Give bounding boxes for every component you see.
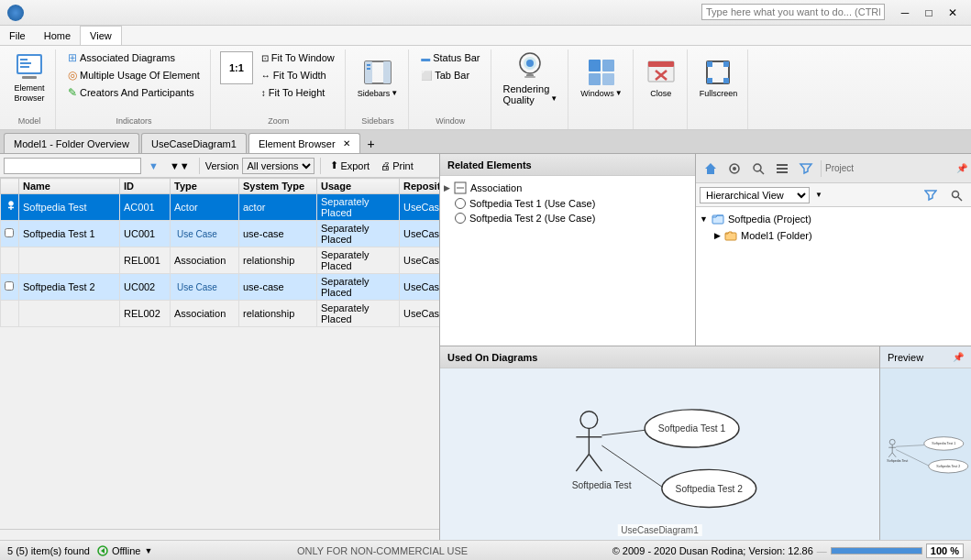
minimize-button[interactable]: ─ (894, 4, 916, 22)
col-repo[interactable]: Reposito (400, 179, 440, 194)
row-system-type: relationship (239, 247, 317, 274)
svg-rect-40 (777, 171, 788, 173)
add-tab-button[interactable]: + (362, 135, 381, 153)
hier-tree-folder[interactable]: ▶ Model1 (Folder) (700, 227, 967, 244)
col-system-type[interactable]: System Type (239, 179, 317, 194)
menu-home[interactable]: Home (35, 26, 80, 45)
row-checkbox[interactable] (1, 274, 19, 301)
preview-panel: Preview 📌 Softpedia Test (880, 346, 971, 540)
zoom-progress-bar (831, 547, 922, 555)
filter-button[interactable]: ▼ (145, 158, 162, 174)
model-group-label: Model (4, 116, 55, 126)
element-table[interactable]: Name ID Type System Type Usage Reposito (0, 178, 439, 529)
row-id: REL002 (120, 301, 171, 327)
hier-filter-button[interactable] (920, 184, 942, 206)
filter-options-button[interactable]: ▼▼ (166, 158, 193, 174)
close-button[interactable]: ✕ (942, 4, 964, 22)
tree-item-uc1[interactable]: Softpedia Test 1 (Use Case) (444, 196, 691, 211)
fit-to-width-button[interactable]: ↔ Fit To Width (257, 67, 339, 83)
table-row[interactable]: Softpedia Test 2 UC002 Use Case use-case… (1, 274, 440, 301)
tab-usecase-diagram[interactable]: UseCaseDiagram1 (141, 133, 247, 153)
tab-element-browser[interactable]: Element Browser ✕ (248, 133, 360, 153)
svg-rect-19 (602, 73, 614, 85)
quick-search-input[interactable] (701, 4, 885, 20)
svg-text:Softpedia Test 1: Softpedia Test 1 (658, 423, 726, 434)
type-tag: Use Case (174, 229, 220, 239)
zoom-11-button[interactable]: 1:1 (220, 51, 253, 84)
related-elements-header: Related Elements (440, 154, 695, 176)
windows-button[interactable]: Windows ▼ (576, 49, 626, 106)
fit-to-window-button[interactable]: ⊡ Fit To Window (257, 49, 339, 66)
associated-diagrams-button[interactable]: ⊞ Associated Diagrams (63, 49, 204, 66)
close-diagram-button[interactable]: Close (641, 49, 681, 106)
version-select[interactable]: All versions (242, 158, 314, 174)
tab-close-icon[interactable]: ✕ (343, 138, 350, 148)
svg-line-42 (958, 197, 962, 201)
hier-search-button[interactable] (747, 158, 769, 180)
offline-indicator: Offline ▼ (97, 545, 153, 556)
maximize-button[interactable]: □ (918, 4, 940, 22)
fit-to-width-label: Fit To Width (273, 70, 326, 81)
multiple-usage-button[interactable]: ◎ Multiple Usage Of Element (63, 67, 204, 83)
col-name[interactable]: Name (19, 179, 120, 194)
table-row[interactable]: Softpedia Test AC001 Actor actor Separat… (1, 194, 440, 221)
diagram-name-label: UseCaseDiagram1 (617, 524, 701, 536)
offline-label: Offline (112, 545, 141, 556)
col-type[interactable]: Type (171, 179, 239, 194)
tree-item-uc2[interactable]: Softpedia Test 2 (Use Case) (444, 211, 691, 225)
status-bar-button[interactable]: ▬ Status Bar (416, 49, 484, 66)
hier-list-button[interactable] (771, 158, 793, 180)
used-on-diagrams-panel: Used On Diagrams Softpedia Test (440, 346, 880, 540)
export-button[interactable]: ⬆ Export (326, 158, 373, 174)
hier-config-button[interactable] (723, 158, 745, 180)
row-id: UC001 (120, 221, 171, 247)
col-usage[interactable]: Usage (317, 179, 400, 194)
svg-point-35 (733, 167, 736, 170)
multiple-usage-label: Multiple Usage Of Element (80, 70, 200, 81)
folder-node-label: Model1 (Folder) (741, 230, 812, 241)
menu-file[interactable]: File (0, 26, 35, 45)
creators-button[interactable]: ✎ Creators And Participants (63, 84, 204, 101)
associated-diagrams-label: Associated Diagrams (80, 52, 175, 63)
print-button[interactable]: 🖨 Print (377, 158, 417, 174)
hier-tree-project[interactable]: ▼ Softpedia (Project) (700, 211, 967, 227)
hier-home-button[interactable] (700, 158, 722, 180)
preview-header: Preview 📌 (880, 346, 971, 368)
browser-search-input[interactable] (4, 158, 141, 174)
element-browser-button[interactable]: ElementBrowser (9, 49, 50, 106)
menu-view[interactable]: View (80, 26, 122, 45)
horizontal-scrollbar[interactable] (0, 529, 439, 540)
hier-filter2-button[interactable] (795, 158, 817, 180)
right-panel: Related Elements ▶ Association (440, 154, 971, 540)
svg-rect-10 (367, 68, 370, 70)
tab-bar-button[interactable]: ⬜ Tab Bar (416, 67, 484, 83)
copyright-label: © 2009 - 2020 Dusan Rodina; Version: 12.… (612, 545, 813, 556)
type-tag: Use Case (174, 282, 220, 292)
fit-to-height-button[interactable]: ↕ Fit To Height (257, 84, 339, 101)
tab-folder-overview[interactable]: Model1 - Folder Overview (4, 133, 139, 153)
row-type: Actor (171, 194, 239, 221)
table-row[interactable]: REL001 Association relationship Separate… (1, 247, 440, 274)
col-id[interactable]: ID (120, 179, 171, 194)
hier-search2-button[interactable] (945, 184, 967, 206)
element-browser-icon (15, 52, 44, 82)
hier-tree-content: ▼ Softpedia (Project) ▶ (696, 207, 971, 346)
pin-icon[interactable]: 📌 (956, 163, 967, 173)
hier-icon-toolbar: Project 📌 (696, 154, 971, 183)
row-checkbox[interactable] (1, 221, 19, 247)
row-system-type: use-case (239, 274, 317, 301)
svg-text:Softpedia Test: Softpedia Test (572, 480, 632, 490)
rendering-quality-button[interactable]: RenderingQuality ▼ (499, 49, 563, 106)
windows-dropdown-arrow: ▼ (615, 89, 623, 97)
status-bar: 5 (5) item(s) found Offline ▼ ONLY FOR N… (0, 540, 971, 560)
sidebars-button[interactable]: Sidebars ▼ (353, 49, 403, 106)
tree-item-association[interactable]: ▶ Association (444, 180, 691, 196)
offline-dropdown[interactable]: ▼ (144, 546, 152, 555)
hier-view-select[interactable]: Hierarchical ViewFlat View (700, 187, 810, 203)
fullscreen-button[interactable]: Fullscreen (695, 49, 743, 106)
table-row[interactable]: Softpedia Test 1 UC001 Use Case use-case… (1, 221, 440, 247)
top-right-area: Related Elements ▶ Association (440, 154, 971, 346)
status-right: © 2009 - 2020 Dusan Rodina; Version: 12.… (612, 544, 964, 558)
preview-pin-icon[interactable]: 📌 (953, 352, 964, 362)
table-row[interactable]: REL002 Association relationship Separate… (1, 301, 440, 327)
